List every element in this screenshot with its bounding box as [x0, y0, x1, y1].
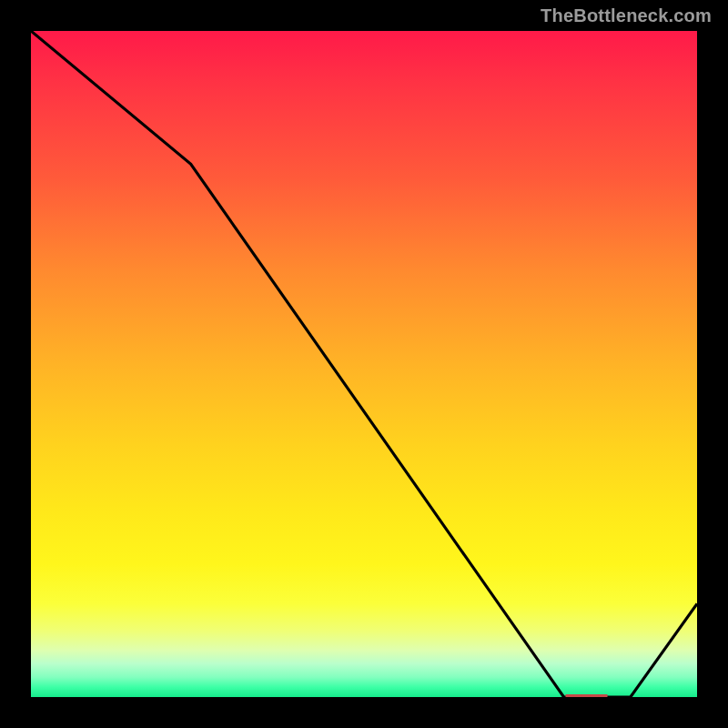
bottleneck-curve	[31, 31, 697, 697]
plot-area: ▬▬▬▬▬	[27, 27, 701, 701]
chart-frame: TheBottleneck.com ▬▬▬▬▬	[0, 0, 728, 728]
attribution-label: TheBottleneck.com	[541, 5, 712, 26]
curve-path	[31, 31, 697, 697]
min-region-marker: ▬▬▬▬▬	[566, 689, 607, 699]
